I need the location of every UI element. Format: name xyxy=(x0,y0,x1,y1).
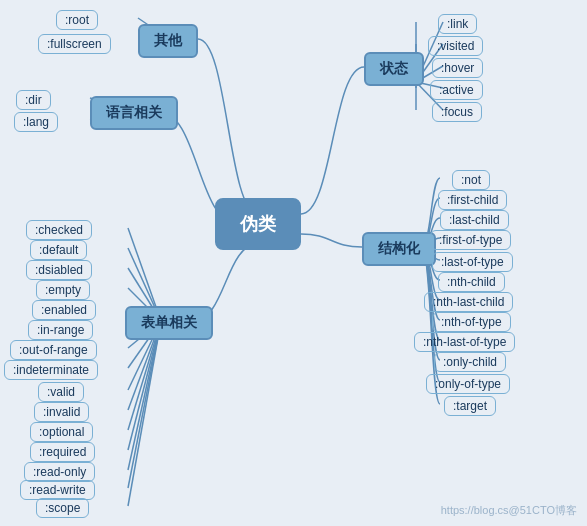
svg-line-18 xyxy=(128,321,161,506)
leaf-only-child: :only-child xyxy=(434,352,506,372)
category-qita-label: 其他 xyxy=(154,32,182,48)
category-zhuangtai-label: 状态 xyxy=(380,60,408,76)
watermark: https://blog.cs@51CTO博客 xyxy=(441,503,577,518)
leaf-default: :default xyxy=(30,240,87,260)
leaf-root: :root xyxy=(56,10,98,30)
leaf-scope: :scope xyxy=(36,498,89,518)
leaf-valid: :valid xyxy=(38,382,84,402)
leaf-nth-child: :nth-child xyxy=(438,272,505,292)
watermark-text: https://blog.cs@51CTO博客 xyxy=(441,504,577,516)
leaf-dsiabled: :dsiabled xyxy=(26,260,92,280)
svg-line-16 xyxy=(128,321,161,470)
leaf-lang: :lang xyxy=(14,112,58,132)
category-qita: 其他 xyxy=(138,24,198,58)
leaf-hover: :hover xyxy=(432,58,483,78)
leaf-focus: :focus xyxy=(432,102,482,122)
leaf-in-range: :in-range xyxy=(28,320,93,340)
leaf-nth-last-child: :nth-last-child xyxy=(424,292,513,312)
category-yuyan: 语言相关 xyxy=(90,96,178,130)
leaf-out-of-range: :out-of-range xyxy=(10,340,97,360)
leaf-indeterminate: :indeterminate xyxy=(4,360,98,380)
leaf-first-of-type: :first-of-type xyxy=(430,230,511,250)
category-zhuangtai: 状态 xyxy=(364,52,424,86)
svg-line-15 xyxy=(128,321,161,450)
leaf-enabled: :enabled xyxy=(32,300,96,320)
center-label: 伪类 xyxy=(240,212,276,236)
leaf-checked: :checked xyxy=(26,220,92,240)
leaf-dir: :dir xyxy=(16,90,51,110)
category-biaodan: 表单相关 xyxy=(125,306,213,340)
leaf-active: :active xyxy=(430,80,483,100)
leaf-nth-last-of-type: :nth-last-of-type xyxy=(414,332,515,352)
leaf-link: :link xyxy=(438,14,477,34)
leaf-target: :target xyxy=(444,396,496,416)
category-yuyan-label: 语言相关 xyxy=(106,104,162,120)
category-jiegouhua-label: 结构化 xyxy=(378,240,420,256)
leaf-required: :required xyxy=(30,442,95,462)
leaf-empty: :empty xyxy=(36,280,90,300)
leaf-visited: :visited xyxy=(428,36,483,56)
leaf-last-of-type: :last-of-type xyxy=(432,252,513,272)
category-jiegouhua: 结构化 xyxy=(362,232,436,266)
leaf-only-of-type: :only-of-type xyxy=(426,374,510,394)
leaf-read-write: :read-write xyxy=(20,480,95,500)
svg-line-17 xyxy=(128,321,161,488)
leaf-not: :not xyxy=(452,170,490,190)
leaf-first-child: :first-child xyxy=(438,190,507,210)
leaf-fullscreen: :fullscreen xyxy=(38,34,111,54)
leaf-optional: :optional xyxy=(30,422,93,442)
category-biaodan-label: 表单相关 xyxy=(141,314,197,330)
leaf-invalid: :invalid xyxy=(34,402,89,422)
leaf-read-only: :read-only xyxy=(24,462,95,482)
leaf-nth-of-type: :nth-of-type xyxy=(432,312,511,332)
leaf-last-child: :last-child xyxy=(440,210,509,230)
center-node: 伪类 xyxy=(215,198,301,250)
